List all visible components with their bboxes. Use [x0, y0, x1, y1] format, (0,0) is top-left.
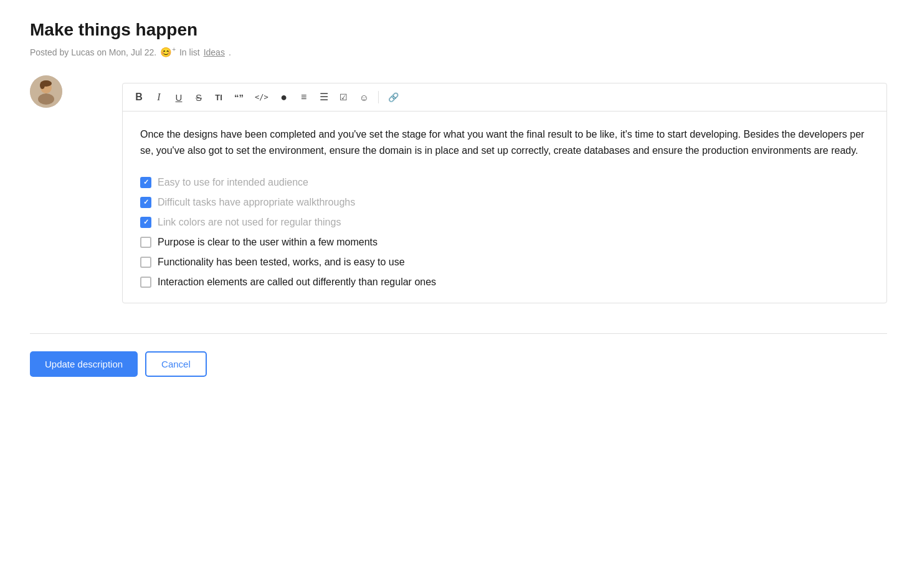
list-item: Functionality has been tested, works, an… — [140, 257, 869, 268]
italic-button[interactable]: I — [150, 88, 168, 106]
checklist-item-text: Functionality has been tested, works, an… — [158, 257, 405, 268]
checklist-item-text: Link colors are not used for regular thi… — [158, 217, 341, 228]
toolbar-separator — [378, 91, 379, 103]
checkbox-3[interactable]: ✓ — [140, 217, 151, 228]
action-buttons: Update description Cancel — [30, 351, 887, 377]
list-item: ✓ Easy to use for intended audience — [140, 177, 869, 188]
main-paragraph: Once the designs have been completed and… — [140, 126, 869, 159]
emoji-add-icon[interactable]: 😊+ — [160, 46, 176, 58]
code-button[interactable]: </> — [250, 88, 273, 106]
quote-button[interactable]: “” — [230, 88, 248, 106]
checklist-item-text: Difficult tasks have appropriate walkthr… — [158, 197, 355, 208]
emoji-button[interactable]: ☺ — [355, 88, 373, 106]
link-button[interactable]: 🔗 — [384, 88, 403, 106]
ordered-list-button[interactable]: ≡ — [295, 88, 313, 106]
list-item: ✓ Link colors are not used for regular t… — [140, 217, 869, 228]
heading-button[interactable]: TI — [210, 88, 227, 106]
checklist: ✓ Easy to use for intended audience ✓ Di… — [140, 177, 869, 288]
list-item: Interaction elements are called out diff… — [140, 277, 869, 288]
color-button[interactable]: ● — [275, 88, 293, 106]
bold-button[interactable]: B — [130, 88, 148, 106]
editor-container: B I U S TI “” </> ● ≡ ☰ ☑ ☺ 🔗 Once the d… — [30, 73, 887, 303]
underline-button[interactable]: U — [170, 88, 188, 106]
task-list-button[interactable]: ☑ — [335, 88, 353, 106]
checkbox-1[interactable]: ✓ — [140, 177, 151, 188]
checkbox-6[interactable] — [140, 277, 151, 288]
list-item: ✓ Difficult tasks have appropriate walkt… — [140, 197, 869, 208]
svg-point-1 — [38, 93, 54, 105]
editor-panel: B I U S TI “” </> ● ≡ ☰ ☑ ☺ 🔗 Once the d… — [122, 83, 887, 303]
post-meta: Posted by Lucas on Mon, Jul 22. 😊+ In li… — [30, 46, 887, 58]
list-link[interactable]: Ideas — [204, 47, 225, 57]
avatar — [30, 75, 62, 108]
svg-point-4 — [40, 82, 45, 89]
page-title: Make things happen — [30, 20, 887, 40]
checklist-item-text: Easy to use for intended audience — [158, 177, 308, 188]
period: . — [229, 47, 231, 57]
posted-by-text: Posted by Lucas on Mon, Jul 22. — [30, 47, 156, 57]
checklist-item-text: Interaction elements are called out diff… — [158, 277, 436, 288]
checkbox-2[interactable]: ✓ — [140, 197, 151, 208]
update-description-button[interactable]: Update description — [30, 351, 138, 377]
bottom-divider — [30, 333, 887, 334]
in-list-label: In list — [179, 47, 200, 57]
checkbox-4[interactable] — [140, 237, 151, 248]
toolbar: B I U S TI “” </> ● ≡ ☰ ☑ ☺ 🔗 — [123, 83, 886, 111]
unordered-list-button[interactable]: ☰ — [315, 88, 333, 106]
list-item: Purpose is clear to the user within a fe… — [140, 237, 869, 248]
checklist-item-text: Purpose is clear to the user within a fe… — [158, 237, 378, 248]
strikethrough-button[interactable]: S — [190, 88, 207, 106]
checkbox-5[interactable] — [140, 257, 151, 268]
content-area[interactable]: Once the designs have been completed and… — [123, 111, 886, 303]
cancel-button[interactable]: Cancel — [145, 351, 207, 377]
